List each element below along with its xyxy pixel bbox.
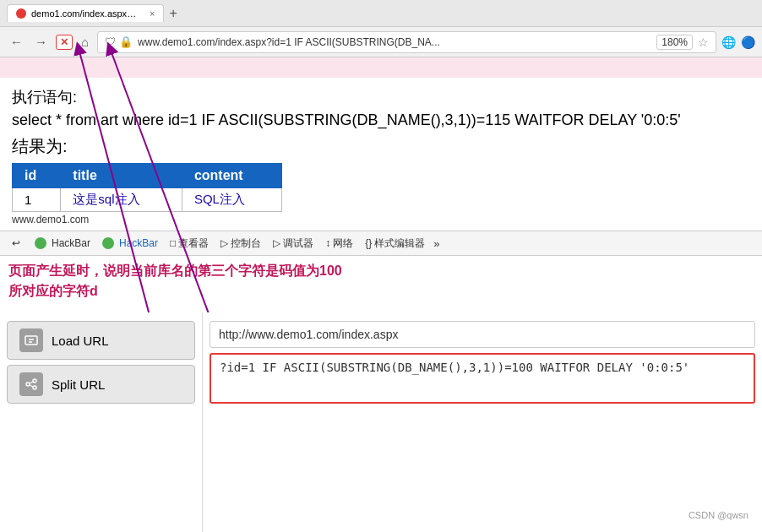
- page-content: 执行语句: select * from art where id=1 IF AS…: [0, 78, 762, 231]
- address-text: www.demo1.com/index.aspx?id=1 IF ASCII(S…: [138, 36, 651, 48]
- annotation-line1: 页面产生延时，说明当前库名的第三个字符是码值为100: [8, 261, 754, 281]
- inspector-label: 查看器: [178, 236, 209, 251]
- devtools-item-hackbar1[interactable]: ↩: [7, 236, 28, 251]
- pink-banner: [0, 57, 762, 78]
- svg-point-6: [26, 383, 30, 386]
- col-id: id: [13, 164, 61, 188]
- browser-title-bar: demo1.com/index.aspx?id=1 × +: [0, 0, 762, 27]
- devtools-item-network[interactable]: ↕ 网络: [320, 235, 358, 252]
- hackbar2-label: HackBar: [52, 237, 90, 249]
- network-label: 网络: [333, 236, 353, 251]
- style-label: 样式编辑器: [374, 236, 425, 251]
- hackbar3-dot: [102, 237, 114, 249]
- ext-icon-2[interactable]: 🔵: [741, 35, 755, 49]
- split-url-button[interactable]: Split URL: [7, 365, 195, 404]
- hackbar3-label: HackBar: [119, 237, 158, 249]
- table-row: 1 这是sql注入 SQL注入: [13, 188, 282, 212]
- cell-title: 这是sql注入: [61, 188, 182, 212]
- tab-favicon: [16, 8, 26, 19]
- console-icon: ▷: [220, 237, 228, 249]
- star-icon[interactable]: ☆: [698, 35, 709, 49]
- console-label: 控制台: [231, 236, 261, 251]
- col-content: content: [182, 164, 281, 188]
- style-icon: {}: [365, 237, 372, 249]
- back-button[interactable]: ←: [7, 33, 26, 51]
- left-buttons: Load URL Split URL: [0, 312, 203, 532]
- network-icon: ↕: [325, 237, 330, 249]
- tab-title: demo1.com/index.aspx?id=1: [31, 8, 141, 19]
- browser-nav-bar: ← → ✕ ⌂ 🛡 🔒 www.demo1.com/index.aspx?id=…: [0, 27, 762, 57]
- devtools-item-inspector[interactable]: □ 查看器: [165, 235, 214, 252]
- sql-wrapper: CSDN @qwsn: [210, 353, 755, 524]
- tab-close-icon[interactable]: ×: [150, 8, 155, 19]
- result-label: 结果为:: [12, 135, 750, 158]
- csdn-tag: CSDN @qwsn: [689, 510, 748, 520]
- svg-point-8: [33, 386, 36, 389]
- cell-content: SQL注入: [182, 188, 281, 212]
- shield-icon: 🛡: [105, 35, 116, 48]
- right-inputs: CSDN @qwsn: [203, 312, 762, 532]
- hackbar1-icon: ↩: [12, 237, 20, 249]
- ext-icon-1[interactable]: 🌐: [721, 35, 736, 49]
- load-url-button[interactable]: Load URL: [7, 321, 195, 360]
- result-table: id title content 1 这是sql注入 SQL注入: [12, 163, 282, 212]
- devtools-more-button[interactable]: »: [433, 237, 439, 250]
- svg-line-10: [30, 385, 33, 387]
- domain-text: www.demo1.com: [12, 214, 750, 225]
- inspector-icon: □: [170, 237, 176, 249]
- svg-line-9: [30, 382, 33, 383]
- home-button[interactable]: ⌂: [78, 33, 92, 51]
- col-title: title: [61, 164, 182, 188]
- devtools-item-debugger[interactable]: ▷ 调试器: [268, 235, 318, 252]
- forward-button[interactable]: →: [31, 33, 51, 51]
- split-url-label: Split URL: [52, 377, 105, 392]
- url-input[interactable]: [210, 321, 755, 348]
- annotation-area: 页面产生延时，说明当前库名的第三个字符是码值为100 所对应的字符d: [0, 256, 762, 301]
- new-tab-button[interactable]: +: [169, 7, 177, 20]
- devtools-item-style-editor[interactable]: {} 样式编辑器: [360, 235, 430, 252]
- exec-statement: 执行语句: select * from art where id=1 IF AS…: [12, 86, 750, 132]
- sql-input[interactable]: [210, 353, 755, 404]
- svg-point-7: [33, 379, 36, 383]
- load-url-icon: [19, 328, 43, 352]
- address-icons: 🛡 🔒: [105, 35, 133, 48]
- lock-icon: 🔒: [119, 35, 133, 48]
- split-url-icon: [19, 372, 43, 396]
- cell-id: 1: [13, 188, 61, 212]
- devtools-bar: ↩ HackBar HackBar □ 查看器 ▷ 控制台 ▷ 调试器 ↕ 网络…: [0, 231, 762, 256]
- bottom-panel: Load URL Split URL CSDN @qwsn: [0, 312, 762, 532]
- load-url-label: Load URL: [52, 334, 109, 348]
- debugger-label: 调试器: [283, 236, 313, 251]
- zoom-badge[interactable]: 180%: [656, 35, 693, 50]
- hackbar2-dot: [35, 237, 46, 249]
- devtools-item-hackbar3[interactable]: HackBar: [97, 236, 163, 251]
- devtools-item-hackbar2[interactable]: HackBar: [30, 236, 95, 251]
- svg-rect-3: [25, 336, 37, 345]
- exec-sql: select * from art where id=1 IF ASCII(SU…: [12, 111, 681, 128]
- debugger-icon: ▷: [273, 237, 280, 249]
- devtools-item-console[interactable]: ▷ 控制台: [215, 235, 266, 252]
- annotation-line2: 所对应的字符d: [8, 281, 754, 301]
- exec-label: 执行语句:: [12, 89, 77, 106]
- browser-tab[interactable]: demo1.com/index.aspx?id=1 ×: [7, 4, 164, 22]
- address-bar[interactable]: 🛡 🔒 www.demo1.com/index.aspx?id=1 IF ASC…: [97, 31, 716, 53]
- stop-button[interactable]: ✕: [56, 35, 73, 50]
